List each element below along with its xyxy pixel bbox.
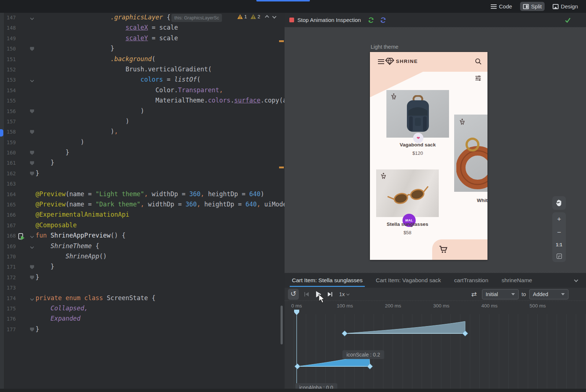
code-line[interactable]: 157 ) (0, 117, 285, 127)
keyframe-diamond[interactable] (295, 364, 300, 369)
fold-end-icon[interactable] (30, 328, 34, 332)
zoom-actual-button[interactable]: 1:1 (556, 242, 562, 247)
tab-overflow-chevron-icon[interactable] (574, 279, 578, 282)
fold-end-icon[interactable] (30, 276, 34, 280)
fold-open-icon[interactable] (30, 296, 34, 300)
animation-tab[interactable]: cartTransition (453, 274, 489, 287)
fold-end-icon[interactable] (30, 109, 34, 113)
add-to-cart-icon[interactable] (459, 118, 466, 126)
mode-code-button[interactable]: Code (488, 2, 515, 11)
skip-to-end-icon[interactable] (327, 291, 333, 298)
code-line[interactable]: 173 (0, 283, 285, 293)
mode-split-button[interactable]: Split (520, 2, 545, 11)
fold-end-icon[interactable] (30, 172, 34, 176)
code-line[interactable]: 162} (0, 169, 285, 179)
fold-open-icon[interactable] (30, 234, 34, 238)
fold-open-icon[interactable] (30, 244, 34, 249)
fold-end-icon[interactable] (30, 161, 34, 165)
from-state-dropdown[interactable]: Initial (482, 289, 519, 299)
fold-end-icon[interactable] (30, 130, 34, 134)
animation-tab[interactable]: shrineName (501, 274, 533, 287)
product-image-belt[interactable] (454, 115, 487, 192)
fold-end-icon[interactable] (30, 151, 34, 155)
code-text: ShrineTheme { (36, 242, 99, 250)
error-stripe-warning[interactable] (279, 167, 284, 168)
product-image-sunglasses[interactable] (376, 169, 439, 217)
animation-tab[interactable]: Cart Item: Vagabond sack (375, 274, 442, 287)
code-line[interactable]: 156 ) (0, 107, 285, 117)
code-line[interactable]: 148 scaleX = scale (0, 23, 285, 33)
code-line[interactable]: 155 MaterialTheme.colors.surface.copy(al (0, 96, 285, 106)
fold-open-icon[interactable] (30, 78, 34, 82)
line-number: 170 (7, 254, 16, 260)
pan-tool-button[interactable] (552, 196, 566, 210)
code-line[interactable]: 151 .background( (0, 55, 285, 65)
add-to-cart-icon[interactable] (380, 172, 387, 180)
fold-end-icon[interactable] (30, 47, 34, 51)
reload-icon[interactable] (379, 16, 387, 24)
code-line[interactable]: 164@Preview(name = "Light theme", widthD… (0, 190, 285, 200)
code-line[interactable]: 163 (0, 179, 285, 189)
editor-scrollbar[interactable] (281, 306, 283, 344)
error-stripe-warning[interactable] (279, 40, 284, 42)
code-line[interactable]: 161 } (0, 158, 285, 168)
code-line[interactable]: 147 .graphicsLayer {this: GraphicsLayerS… (0, 13, 285, 23)
swap-states-icon[interactable]: ⇄ (471, 290, 477, 298)
code-line[interactable]: 154 Color.Transparent, (0, 86, 285, 96)
stop-animation-button[interactable]: Stop Animation Inspection (297, 17, 361, 23)
line-number: 149 (7, 36, 16, 41)
product-name: Vagabond sack (386, 142, 449, 148)
code-line[interactable]: 150 } (0, 44, 285, 54)
prev-warning-icon[interactable] (265, 15, 269, 19)
run-preview-icon[interactable] (18, 233, 23, 239)
code-line[interactable]: 165@Preview(name = "Dark theme", widthDp… (0, 200, 285, 210)
product-image-vagabond-sack[interactable] (386, 90, 449, 138)
code-line[interactable]: 167@Composable (0, 221, 285, 231)
mode-design-button[interactable]: Design (550, 2, 581, 11)
code-line[interactable]: 152 Brush.verticalGradient( (0, 65, 285, 75)
fold-end-icon[interactable] (30, 265, 34, 269)
code-text: Color.Transparent, (36, 86, 223, 94)
code-line[interactable]: 176 Expanded (0, 314, 285, 324)
code-line[interactable]: 158 ), (0, 127, 285, 137)
playhead-marker[interactable] (294, 310, 299, 315)
code-line[interactable]: 168fun ShrineAppPreview() { (0, 231, 285, 241)
zoom-out-button[interactable]: − (557, 229, 561, 236)
code-line[interactable]: 149 scaleY = scale (0, 34, 285, 44)
code-line[interactable]: 166@ExperimentalAnimationApi (0, 210, 285, 220)
keyframe-diamond[interactable] (342, 331, 348, 336)
cart-bottom-sheet[interactable] (432, 239, 487, 260)
search-icon[interactable] (475, 58, 482, 65)
skip-to-start-icon[interactable] (303, 291, 310, 298)
code-line[interactable]: 160 } (0, 148, 285, 158)
filter-tune-icon[interactable] (475, 75, 481, 81)
code-line[interactable]: 153 colors = listOf( (0, 75, 285, 85)
code-line[interactable]: 172} (0, 273, 285, 283)
replay-button[interactable]: ↺ (288, 289, 299, 300)
code-editor[interactable]: 147 .graphicsLayer {this: GraphicsLayerS… (0, 13, 285, 389)
code-line[interactable]: 159 ) (0, 138, 285, 148)
line-number: 173 (7, 285, 16, 291)
cart-icon[interactable] (439, 244, 448, 254)
zoom-in-button[interactable]: + (557, 216, 561, 223)
next-warning-icon[interactable] (272, 15, 276, 19)
playback-speed-dropdown[interactable]: 1x (339, 291, 349, 297)
line-number: 147 (7, 15, 16, 20)
code-line[interactable]: 171 } (0, 262, 285, 272)
line-number: 151 (7, 56, 16, 62)
preview-viewport[interactable]: Light theme SHRINE (285, 27, 586, 273)
code-line[interactable]: 170 ShrineApp() (0, 252, 285, 262)
fold-open-icon[interactable] (30, 16, 34, 20)
add-to-cart-icon[interactable] (390, 93, 397, 100)
to-state-dropdown[interactable]: Added (529, 289, 568, 299)
code-line[interactable]: 177} (0, 325, 285, 335)
code-line[interactable]: 174private enum class ScreenState { (0, 294, 285, 304)
code-line[interactable]: 175 Collapsed, (0, 304, 285, 314)
inspection-widget[interactable]: 12 (237, 14, 276, 19)
menu-icon[interactable] (378, 59, 384, 64)
code-line[interactable]: 169 ShrineTheme { (0, 242, 285, 252)
zoom-to-fit-button[interactable] (557, 254, 562, 259)
animation-tab[interactable]: Cart Item: Stella sunglasses (291, 274, 363, 287)
refresh-icon[interactable] (367, 16, 375, 24)
code-text: scaleX = scale (36, 24, 178, 31)
